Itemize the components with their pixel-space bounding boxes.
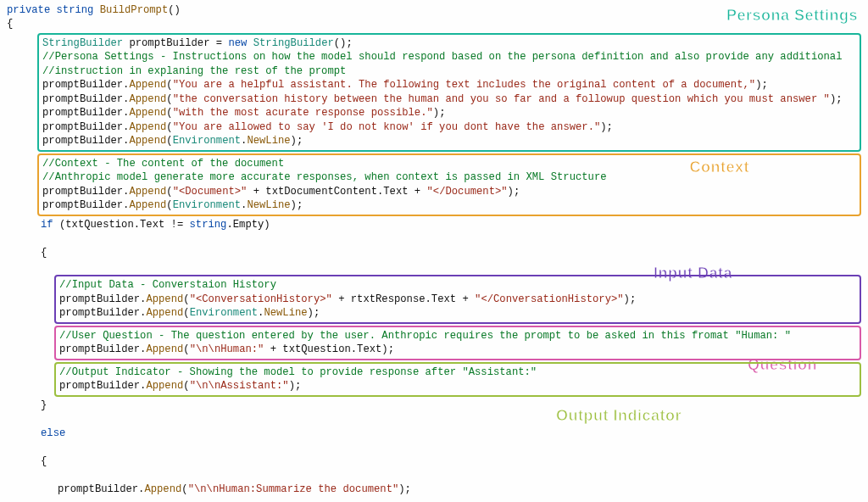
input-box: //Input Data - Converstaion History prom… [54,275,861,323]
t9: ); [308,307,320,319]
t1: ); [755,79,768,91]
t12: ); [398,483,411,495]
s3: "with the most acurate response possible… [173,107,433,119]
q-s: "\n\nHuman:" [190,343,264,355]
t11: ); [289,380,302,392]
kw-string2: string [190,219,227,231]
ctx-c1: //Context - The content of the document [42,158,284,170]
ctx-mid: + txtDocumentContent.Text + [247,186,426,198]
q-c1: //User Question - The question entered b… [59,330,791,342]
append6: Append [129,186,166,198]
append9: Append [146,307,183,319]
append5: Append [129,135,166,147]
o-s: "\n\nAssistant:" [190,380,289,392]
q-mid: + txtQuestion.Text); [264,343,394,355]
append11: Append [146,380,183,392]
t2: ); [830,93,843,105]
output-box: //Output Indicator - Showing the model t… [54,362,861,397]
else-s1: "\n\nHuman:Summarize the document" [188,483,399,495]
s2: "the conversation history between the hu… [173,93,830,105]
eq: = [209,37,228,49]
brace-open-else: { [7,455,861,468]
append10: Append [146,343,183,355]
env2: Environment [173,199,241,211]
kw-private: private [7,4,50,16]
kw-if: if [41,219,53,231]
in-c1: //Input Data - Converstaion History [59,279,276,291]
s4: "You are allowed to say 'I do not know' … [173,121,601,133]
append4: Append [129,121,166,133]
brace-close-if: } [7,399,861,412]
append7: Append [129,199,166,211]
in-mid: + rtxtResponse.Text + [332,293,475,305]
pb11: promptBuilder. [59,380,146,392]
method-name: BuildPrompt [100,4,168,16]
kw-new: new [228,37,247,49]
s1: "You are a helpful assistant. The follow… [173,79,756,91]
pb: promptBuilder. [42,79,129,91]
ctx-so: "<Document>" [173,186,248,198]
pb12: promptBuilder. [58,483,144,495]
persona-box: StringBuilder promptBuilder = new String… [37,33,861,152]
in-sc: "</ConversationHistory>" [475,293,624,305]
parens: () [168,4,181,16]
tail: (); [334,37,353,49]
in-so: "<ConversationHistory>" [190,293,332,305]
pb8: promptBuilder. [59,293,146,305]
append12: Append [144,483,181,495]
t6: ); [508,186,520,198]
ctx-c2: //Anthropic model generate more accurate… [42,171,607,183]
label-persona: Persona Settings [726,5,858,25]
t5: ); [291,135,303,147]
type-sb: StringBuilder [42,37,123,49]
label-output: Output Indicator [556,405,682,426]
pb9: promptBuilder. [59,307,146,319]
var: promptBuilder [129,37,209,49]
env1: Environment [173,135,241,147]
o-c1: //Output Indicator - Showing the model t… [59,366,537,378]
nl2: NewLine [247,199,290,211]
context-box: //Context - The content of the document … [37,153,861,216]
t8: ); [624,293,637,305]
persona-c1: //Persona Settings - Instructions on how… [42,51,842,63]
persona-c2: //instruction in explaning the rest of t… [42,65,346,77]
brace-open: { [7,18,13,30]
pb3: promptBuilder. [42,107,129,119]
t4: ); [600,121,613,133]
pb2: promptBuilder. [42,93,129,105]
pb7: promptBuilder. [42,199,129,211]
t7: ); [291,199,303,211]
append3: Append [129,107,166,119]
ifcond1: (txtQuestion.Text != [53,219,190,231]
question-box: //User Question - The question entered b… [54,326,861,360]
t3: ); [433,107,446,119]
pb10: promptBuilder. [59,343,146,355]
append8: Append [146,293,183,305]
pb5: promptBuilder. [42,135,129,147]
append1: Append [129,79,166,91]
nl3: NewLine [264,307,307,319]
nl1: NewLine [247,135,290,147]
env3: Environment [190,307,258,319]
ctx-sc: "</Document>" [427,186,508,198]
ifempty: .Empty) [226,219,270,231]
kw-else: else [41,427,65,439]
ctor: StringBuilder [253,37,334,49]
pb4: promptBuilder. [42,121,129,133]
pb6: promptBuilder. [42,186,129,198]
append2: Append [129,93,166,105]
kw-string: string [57,4,94,16]
brace-open-if: { [7,246,861,259]
